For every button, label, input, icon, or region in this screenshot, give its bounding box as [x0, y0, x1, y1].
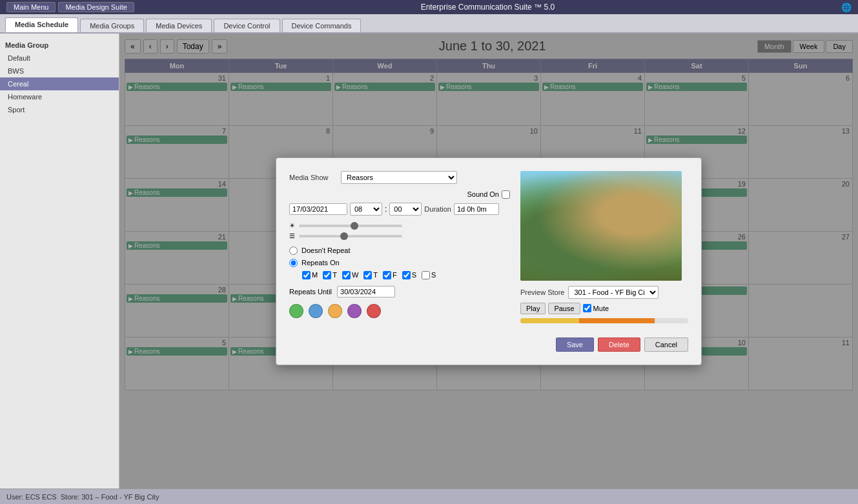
- modal-footer: Save Delete Cancel: [289, 338, 688, 352]
- repeats-until-row: Repeats Until: [289, 286, 510, 297]
- repeats-until-input[interactable]: [337, 286, 395, 297]
- delete-button[interactable]: Delete: [598, 338, 640, 352]
- slider-thumb[interactable]: [351, 222, 358, 230]
- day-t2-label: T: [373, 271, 378, 279]
- status-user: User: ECS ECS: [6, 493, 57, 501]
- color-green[interactable]: [289, 304, 303, 318]
- color-red[interactable]: [367, 304, 381, 318]
- duration-label: Duration: [424, 205, 451, 213]
- schedule-modal: Media Show Reasors Sound On: [276, 157, 702, 365]
- modal-body: Media Show Reasors Sound On: [289, 171, 688, 330]
- media-show-row: Media Show Reasors: [289, 171, 510, 184]
- mute-checkbox[interactable]: [583, 304, 591, 312]
- date-input[interactable]: [289, 203, 347, 215]
- tab-media-devices[interactable]: Media Devices: [146, 19, 212, 32]
- preview-store-row: Preview Store 301 - Food - YF Big City: [520, 286, 688, 299]
- preview-store-label: Preview Store: [520, 288, 564, 296]
- sidebar-item-default[interactable]: Default: [0, 52, 119, 65]
- sidebar-item-bws[interactable]: BWS: [0, 65, 119, 77]
- day-t1: T: [323, 271, 337, 279]
- day-w-label: W: [352, 271, 358, 279]
- sound-on-checkbox[interactable]: [502, 190, 510, 199]
- modal-right: Preview Store 301 - Food - YF Big City P…: [520, 171, 688, 330]
- day-s2-label: S: [431, 271, 436, 279]
- repeats-on-row: Repeats On: [289, 259, 510, 267]
- tab-media-groups[interactable]: Media Groups: [80, 19, 144, 32]
- cancel-button[interactable]: Cancel: [644, 338, 688, 352]
- repeats-on-radio[interactable]: [289, 259, 298, 267]
- day-s1-label: S: [412, 271, 416, 279]
- day-s1-checkbox[interactable]: [402, 271, 411, 279]
- status-store: Store: 301 – Food - YF Big City: [61, 493, 159, 501]
- slider-track[interactable]: [299, 225, 402, 227]
- day-w-checkbox[interactable]: [342, 271, 351, 279]
- doesnt-repeat-radio[interactable]: [289, 247, 298, 255]
- doesnt-repeat-row: Doesn't Repeat: [289, 247, 510, 255]
- day-f-label: F: [393, 271, 397, 279]
- time-separator: :: [385, 205, 387, 214]
- main-menu-button[interactable]: Main Menu: [6, 2, 56, 12]
- media-show-select[interactable]: Reasors: [341, 171, 457, 184]
- tab-device-control[interactable]: Device Control: [214, 19, 280, 32]
- day-t1-label: T: [332, 271, 337, 279]
- day-m-label: M: [312, 271, 318, 279]
- progress-fill-yellow: [520, 318, 579, 323]
- sidebar: Media Group Default BWS Cereal Homeware …: [0, 34, 119, 489]
- day-f-checkbox[interactable]: [383, 271, 391, 279]
- media-design-suite-button[interactable]: Media Design Suite: [58, 2, 134, 12]
- progress-fill-orange: [579, 318, 655, 323]
- sound-on-label: Sound On: [467, 190, 499, 198]
- status-bar: User: ECS ECS Store: 301 – Food - YF Big…: [0, 489, 858, 504]
- days-row: M T W T: [289, 271, 510, 279]
- top-bar-left: Main Menu Media Design Suite: [6, 2, 134, 12]
- hour-select[interactable]: 08: [350, 203, 382, 216]
- repeats-until-label: Repeats Until: [289, 288, 332, 296]
- day-w: W: [342, 271, 358, 279]
- main-layout: Media Group Default BWS Cereal Homeware …: [0, 34, 858, 489]
- day-s1: S: [402, 271, 416, 279]
- mute-text: Mute: [593, 305, 609, 312]
- slider-thumb2[interactable]: [340, 232, 348, 240]
- preview-store-select[interactable]: 301 - Food - YF Big City: [568, 286, 659, 299]
- sidebar-item-sport[interactable]: Sport: [0, 103, 119, 116]
- day-m-checkbox[interactable]: [302, 271, 311, 279]
- sidebar-item-homeware[interactable]: Homeware: [0, 90, 119, 103]
- time-row: 08 : 00 Duration: [289, 203, 510, 216]
- day-t1-checkbox[interactable]: [323, 271, 331, 279]
- day-s2: S: [422, 271, 436, 279]
- preview-controls: Play Pause Mute: [520, 303, 688, 314]
- media-show-label: Media Show: [289, 174, 341, 181]
- pause-button[interactable]: Pause: [548, 303, 580, 314]
- sound-on-row: Sound On: [289, 190, 510, 199]
- color-blue[interactable]: [309, 304, 323, 318]
- tab-media-schedule[interactable]: Media Schedule: [5, 17, 78, 32]
- tab-bar: Media Schedule Media Groups Media Device…: [0, 14, 858, 34]
- top-bar: Main Menu Media Design Suite Enterprise …: [0, 0, 858, 14]
- play-button[interactable]: Play: [520, 303, 546, 314]
- modal-left: Media Show Reasors Sound On: [289, 171, 510, 330]
- slider-container: ☀ ☰: [289, 222, 510, 240]
- slider-icon: ☀: [289, 222, 295, 229]
- app-logo: 🌐: [841, 3, 852, 12]
- preview-video: [520, 171, 682, 281]
- modal-overlay: Media Show Reasors Sound On: [119, 34, 858, 489]
- day-t2: T: [363, 271, 378, 279]
- sidebar-item-cereal[interactable]: Cereal: [0, 77, 119, 90]
- repeats-on-label: Repeats On: [301, 259, 340, 267]
- progress-bar[interactable]: [520, 318, 688, 323]
- save-button[interactable]: Save: [556, 338, 594, 352]
- minute-select[interactable]: 00: [389, 203, 422, 216]
- calendar-area: « ‹ › Today » June 1 to 30, 2021 Month W…: [119, 34, 858, 489]
- day-f: F: [383, 271, 397, 279]
- slider-track2[interactable]: [299, 235, 402, 237]
- day-s2-checkbox[interactable]: [422, 271, 430, 279]
- color-purple[interactable]: [347, 304, 362, 318]
- slider-icon2: ☰: [289, 232, 295, 239]
- tab-device-commands[interactable]: Device Commands: [282, 19, 362, 32]
- video-thumbnail: [520, 171, 682, 281]
- sidebar-title: Media Group: [0, 39, 119, 52]
- color-yellow[interactable]: [328, 304, 342, 318]
- day-t2-checkbox[interactable]: [363, 271, 372, 279]
- duration-input[interactable]: [454, 203, 499, 215]
- doesnt-repeat-label: Doesn't Repeat: [301, 247, 350, 254]
